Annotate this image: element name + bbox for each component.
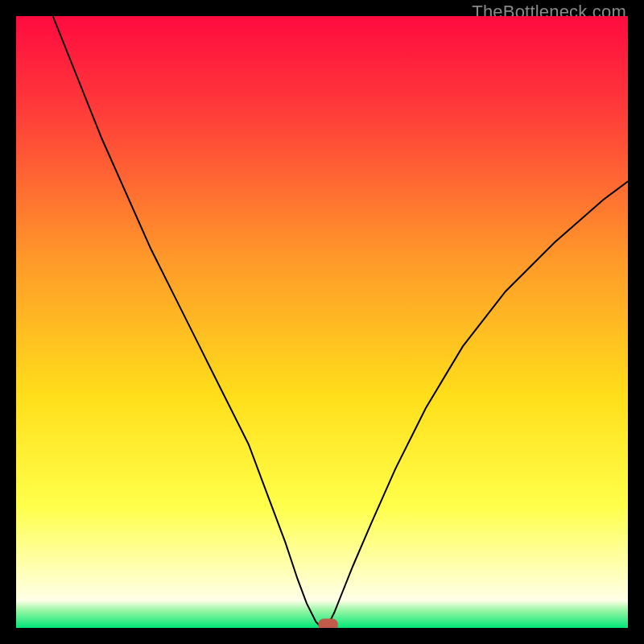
optimal-point-marker	[318, 619, 337, 628]
chart-container: TheBottleneck.com	[0, 0, 644, 644]
heat-background	[16, 16, 628, 628]
bottleneck-chart	[16, 16, 628, 628]
